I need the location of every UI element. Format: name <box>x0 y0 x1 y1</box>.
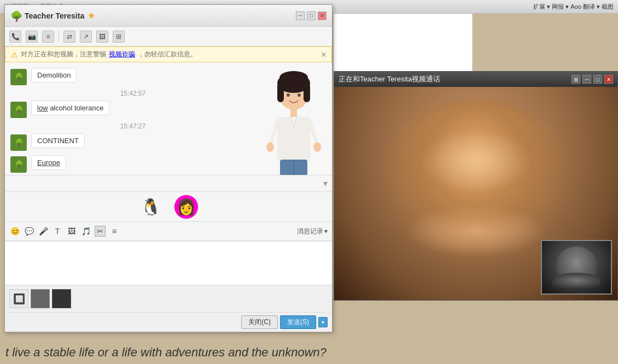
timestamp: 15:42:57 <box>10 90 255 97</box>
message-row: 🌳 low alcohol tolerance <box>10 101 255 118</box>
send-button[interactable]: 发送(S) <box>280 315 316 329</box>
message-text: CONTINENT <box>37 137 79 145</box>
svg-point-4 <box>279 71 308 84</box>
character-svg <box>261 68 327 175</box>
video-minimize-button[interactable]: ─ <box>582 75 591 84</box>
warning-close-button[interactable]: ✕ <box>320 50 327 59</box>
close-send-button[interactable]: 关闭(C) <box>241 315 278 329</box>
message-bubble: Demolition <box>31 68 77 83</box>
warning-link[interactable]: 视频诈骗 <box>109 50 135 59</box>
window-title: Teacher Teresita <box>25 11 84 20</box>
scroll-area: ▾ <box>5 175 332 191</box>
sticker-face[interactable]: 👩 <box>174 195 199 219</box>
message-text: Demolition <box>37 71 71 79</box>
timestamp: 15:47:27 <box>10 122 255 130</box>
text-tool-icon[interactable]: T <box>52 226 63 237</box>
more-tool-icon[interactable]: ≡ <box>109 226 120 237</box>
message-text: low <box>37 104 48 112</box>
svg-point-8 <box>266 142 274 152</box>
title-bar-left: 🌳 Teacher Teresita ★ <box>10 10 95 21</box>
star-icon: ★ <box>88 10 95 21</box>
forehead-highlight <box>419 130 532 193</box>
svg-point-5 <box>287 93 290 97</box>
svg-rect-7 <box>290 109 297 117</box>
svg-point-9 <box>313 142 321 152</box>
sticker-bar: 🐧 👩 <box>5 191 332 221</box>
image-tool-icon[interactable]: 🖼 <box>66 226 77 237</box>
title-bar: 🌳 Teacher Teresita ★ ─ □ ✕ <box>5 5 332 27</box>
thumb-item[interactable]: 🔲 <box>9 289 28 308</box>
warning-icon: ⚠ <box>11 50 18 59</box>
bottom-question-text: t live a stable life or a life with adve… <box>5 345 327 359</box>
video-window: 正在和Teacher Teresita视频通话 ⊞ ─ □ ✕ <box>334 71 618 301</box>
title-controls: ─ □ ✕ <box>296 11 327 20</box>
video-restore-button[interactable]: □ <box>593 75 602 84</box>
warning-text: 对方正在和您视频，注意警惕 <box>21 50 106 59</box>
emoji-tool-icon[interactable]: 😊 <box>9 226 20 237</box>
more-icon[interactable]: ≡ <box>42 31 54 43</box>
video-controls: ⊞ ─ □ ✕ <box>572 75 613 84</box>
svg-rect-3 <box>304 83 310 102</box>
music-tool-icon[interactable]: 🎵 <box>80 226 91 237</box>
input-toolbar: 😊 💬 🎤 T 🖼 🎵 ✂ ≡ 消息记录 ▾ <box>5 221 332 241</box>
chat-window: 🌳 Teacher Teresita ★ ─ □ ✕ 📞 📷 ≡ ⇄ ↗ 🖼 ⊞… <box>4 4 333 332</box>
send-dropdown-button[interactable]: ▾ <box>318 317 328 327</box>
close-button[interactable]: ✕ <box>318 11 327 20</box>
phone-icon[interactable]: 📞 <box>9 31 21 43</box>
toolbar-divider <box>59 31 59 42</box>
svg-point-6 <box>298 93 301 97</box>
thumb-item[interactable] <box>31 289 50 308</box>
message-text: alcohol tolerance <box>50 104 103 112</box>
share-icon[interactable]: ↗ <box>80 31 92 43</box>
video-main <box>334 87 617 300</box>
thumb-item[interactable] <box>52 289 71 308</box>
message-text: Europe <box>37 158 60 167</box>
video-title-bar: 正在和Teacher Teresita视频通话 ⊞ ─ □ ✕ <box>334 72 617 87</box>
gallery-icon[interactable]: 🖼 <box>96 31 108 43</box>
avatar: 🌳 <box>10 69 27 85</box>
svg-rect-2 <box>277 83 284 102</box>
thumbnails-bar: 🔲 <box>5 285 332 312</box>
avatar: 🌳 <box>10 102 27 118</box>
video-thumbnail <box>541 240 612 295</box>
restore-button[interactable]: □ <box>307 11 316 20</box>
white-content-area <box>334 14 473 71</box>
video-title: 正在和Teacher Teresita视频通话 <box>339 74 440 84</box>
warning-bar: ⚠ 对方正在和您视频，注意警惕 视频诈骗 ，勿轻信汇款信息。 ✕ <box>5 46 332 62</box>
warning-text2: ，勿轻信汇款信息。 <box>138 50 197 59</box>
message-bubble: low alcohol tolerance <box>31 101 109 115</box>
browser-menu-items: 扩展 ▾ 网报 ▾ Aoo 翻译 ▾ 截图 <box>533 3 614 11</box>
grid-icon[interactable]: ⊞ <box>113 31 125 43</box>
history-label: 消息记录 <box>297 227 323 236</box>
video-icon[interactable]: 📷 <box>26 31 38 43</box>
cut-tool-icon[interactable]: ✂ <box>95 226 106 237</box>
message-row: 🌳 Europe <box>10 155 255 173</box>
input-area <box>5 241 332 285</box>
thumb-body-shape <box>552 273 600 289</box>
voice-tool-icon[interactable]: 🎤 <box>38 226 49 237</box>
chat-area: 🌳 Demolition 15:42:57 🌳 low alcohol tole… <box>5 62 332 175</box>
sticker-penguin[interactable]: 🐧 <box>138 195 163 219</box>
transfer-icon[interactable]: ⇄ <box>63 31 75 43</box>
message-input[interactable] <box>9 246 328 280</box>
message-row: 🌳 Demolition <box>10 68 255 85</box>
shake-tool-icon[interactable]: 💬 <box>24 226 34 237</box>
scroll-down-icon[interactable]: ▾ <box>323 178 328 189</box>
message-row: 🌳 CONTINENT <box>10 133 255 151</box>
bottom-question: t live a stable life or a life with adve… <box>0 345 618 360</box>
send-bar: 关闭(C) 发送(S) ▾ <box>5 312 332 332</box>
history-button[interactable]: 消息记录 ▾ <box>297 227 328 236</box>
history-arrow: ▾ <box>324 227 328 235</box>
video-expand-button[interactable]: ⊞ <box>572 75 580 84</box>
app-icon: 🌳 <box>10 10 21 21</box>
avatar: 🌳 <box>10 134 27 151</box>
avatar-character <box>261 68 327 175</box>
video-close-button[interactable]: ✕ <box>604 75 613 84</box>
message-bubble: Europe <box>31 155 66 170</box>
video-thumb-inner <box>542 241 611 293</box>
avatar: 🌳 <box>10 156 27 173</box>
message-bubble: CONTINENT <box>31 133 85 148</box>
minimize-button[interactable]: ─ <box>296 11 305 20</box>
chat-toolbar: 📞 📷 ≡ ⇄ ↗ 🖼 ⊞ <box>5 27 332 46</box>
